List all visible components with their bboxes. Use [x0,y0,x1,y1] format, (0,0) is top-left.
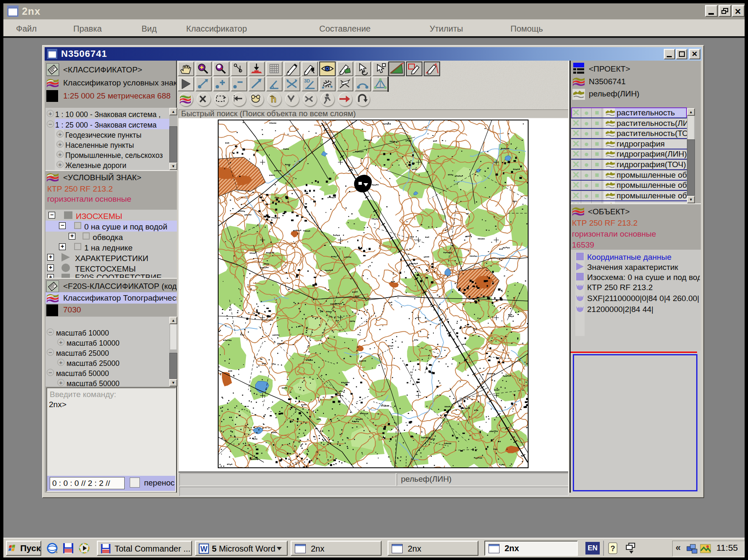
svg-text:?: ? [611,544,615,553]
svg-text:h: h [271,94,276,104]
svg-text:W: W [200,545,208,553]
svg-text:3D: 3D [304,78,310,83]
